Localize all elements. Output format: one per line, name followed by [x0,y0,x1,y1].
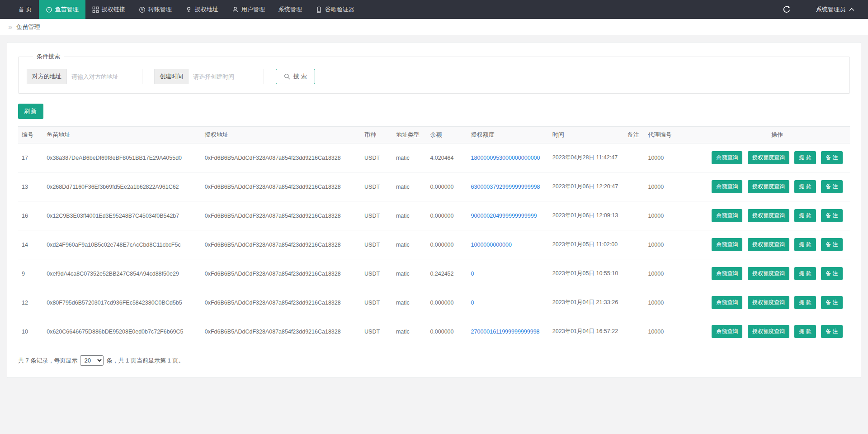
top-navbar: 首 页 鱼苗管理 授权链接 ¥ 转账管理 授权地址 [0,0,868,19]
withdraw-button[interactable]: 提 款 [794,151,816,164]
nav-item-fry-management[interactable]: 鱼苗管理 [39,0,85,19]
cell-quota: 6300003792999999999998 [467,172,549,201]
create-time-input[interactable] [188,69,264,84]
breadcrumb: » 鱼苗管理 [0,19,868,35]
cell-balance: 0.000000 [426,288,467,317]
cell-auth-address: 0xFd6B6B5ADdCdF328A087a854f23dd9216Ca183… [201,201,361,230]
cell-time: 2023年01月05日 11:02:00 [549,230,624,259]
quota-query-button[interactable]: 授权额度查询 [748,296,789,309]
cell-fry-address: 0x268Dd71160F36Ef3b69fd5Ee2a1b62822A961C… [43,172,201,201]
nav-item-user-management[interactable]: 用户管理 [225,0,272,19]
cell-quota: 0 [467,288,549,317]
header-balance: 余额 [426,127,467,143]
page-size-select[interactable]: 20 [80,355,104,366]
cell-actions: 余额查询 授权额度查询 提 款 备 注 [704,230,850,259]
nav-item-system-management[interactable]: 系统管理 [272,0,309,19]
header-remark: 备注 [623,127,644,143]
balance-query-button[interactable]: 余额查询 [712,151,742,164]
quota-link[interactable]: 2700001611999999999998 [471,329,540,335]
fry-table: 编号 鱼苗地址 授权地址 币种 地址类型 余额 授权额度 时间 备注 代理编号 … [18,126,850,346]
user-menu[interactable]: 系统管理员 [816,5,854,14]
nav-item-label: 鱼苗管理 [55,5,79,14]
balance-query-button[interactable]: 余额查询 [712,267,742,280]
quota-query-button[interactable]: 授权额度查询 [748,151,789,164]
cell-id: 13 [18,172,43,201]
nav-item-auth-address[interactable]: 授权地址 [179,0,225,19]
nav-item-google-authenticator[interactable]: 谷歌验证器 [309,0,361,19]
balance-query-button[interactable]: 余额查询 [712,325,742,338]
table-row: 14 0xd24F960aF9a10B5c02e748E7cAcCbd8C11c… [18,230,850,259]
balance-query-button[interactable]: 余额查询 [712,296,742,309]
cell-quota: 900000204999999999999 [467,201,549,230]
cell-remark [623,172,644,201]
header-id: 编号 [18,127,43,143]
cell-time: 2023年01月04日 21:33:26 [549,288,624,317]
address-input[interactable] [66,69,142,84]
quota-query-button[interactable]: 授权额度查询 [748,267,789,280]
quota-link[interactable]: 900000204999999999999 [471,213,537,219]
address-label: 对方的地址 [27,69,66,84]
cell-time: 2023年01月06日 12:20:47 [549,172,624,201]
withdraw-button[interactable]: 提 款 [794,325,816,338]
cell-time: 2023年04月28日 11:42:47 [549,143,624,172]
quota-link[interactable]: 0 [471,300,474,306]
cell-actions: 余额查询 授权额度查询 提 款 备 注 [704,288,850,317]
remark-button[interactable]: 备 注 [821,180,842,193]
withdraw-button[interactable]: 提 款 [794,180,816,193]
cell-remark [623,259,644,288]
remark-button[interactable]: 备 注 [821,209,842,222]
balance-query-button[interactable]: 余额查询 [712,180,742,193]
clock-circle-icon [46,6,52,13]
nav-item-home[interactable]: 首 页 [12,0,39,19]
nav-item-label: 用户管理 [241,5,265,14]
cell-id: 9 [18,259,43,288]
remark-button[interactable]: 备 注 [821,238,842,251]
balance-query-button[interactable]: 余额查询 [712,238,742,251]
search-button[interactable]: 搜 索 [276,69,315,84]
cell-actions: 余额查询 授权额度查询 提 款 备 注 [704,317,850,346]
cell-time: 2023年01月04日 16:57:22 [549,317,624,346]
quota-link[interactable]: 0 [471,271,474,277]
nav-item-label: 首 页 [19,5,32,14]
withdraw-button[interactable]: 提 款 [794,238,816,251]
withdraw-button[interactable]: 提 款 [794,296,816,309]
withdraw-button[interactable]: 提 款 [794,267,816,280]
chevron-up-icon [849,8,854,11]
cell-auth-address: 0xFd6B6B5ADdCdF328A087a854f23dd9216Ca183… [201,317,361,346]
nav-item-transfer-management[interactable]: ¥ 转账管理 [132,0,179,19]
table-header: 编号 鱼苗地址 授权地址 币种 地址类型 余额 授权额度 时间 备注 代理编号 … [18,127,850,143]
remark-button[interactable]: 备 注 [821,296,842,309]
remark-button[interactable]: 备 注 [821,151,842,164]
balance-query-button[interactable]: 余额查询 [712,209,742,222]
withdraw-button[interactable]: 提 款 [794,209,816,222]
refresh-icon[interactable] [783,5,791,14]
cell-id: 14 [18,230,43,259]
cell-agent-id: 10000 [644,230,704,259]
cell-balance: 0.000000 [426,317,467,346]
quota-query-button[interactable]: 授权额度查询 [748,238,789,251]
nav-item-auth-links[interactable]: 授权链接 [85,0,132,19]
cell-auth-address: 0xFd6B6B5ADdCdF328A087a854f23dd9216Ca183… [201,143,361,172]
refresh-button[interactable]: 刷新 [18,104,43,119]
cell-remark [623,143,644,172]
cell-currency: USDT [361,317,392,346]
cell-id: 12 [18,288,43,317]
quota-link[interactable]: 1000000000000 [471,242,512,248]
remark-button[interactable]: 备 注 [821,325,842,338]
cell-agent-id: 10000 [644,259,704,288]
cell-auth-address: 0xFd6B6B5ADdCdF328A087a854f23dd9216Ca183… [201,259,361,288]
remark-button[interactable]: 备 注 [821,267,842,280]
cell-currency: USDT [361,143,392,172]
person-icon [232,6,239,13]
quota-query-button[interactable]: 授权额度查询 [748,180,789,193]
magnifier-icon [284,73,290,80]
quota-query-button[interactable]: 授权额度查询 [748,325,789,338]
cell-auth-address: 0xFd6B6B5ADdCdF328A087a854f23dd9216Ca183… [201,172,361,201]
table-row: 16 0x12C9B3E03ff4001Ed3E95248B7C45034f0B… [18,201,850,230]
cell-id: 16 [18,201,43,230]
quota-link[interactable]: 1800000953000000000000 [471,155,540,161]
quota-link[interactable]: 6300003792999999999998 [471,184,540,190]
table-row: 12 0x80F795d6B57203017cd936FEc5842380C0B… [18,288,850,317]
pagination-prefix: 共 7 条记录，每页显示 [18,357,77,365]
quota-query-button[interactable]: 授权额度查询 [748,209,789,222]
